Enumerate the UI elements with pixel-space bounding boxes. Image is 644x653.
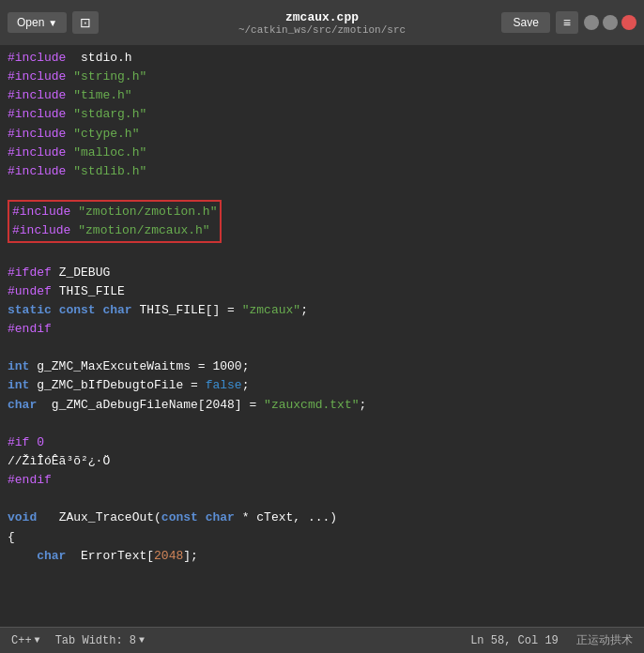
open-button[interactable]: Open ▼ — [8, 12, 67, 33]
highlight-include-block: #include "zmotion/zmotion.h" #include "z… — [8, 200, 222, 243]
code-line-blank — [8, 415, 636, 433]
language-selector[interactable]: C++ ▼ — [11, 634, 40, 647]
brand-label: 正运动拱术 — [576, 634, 633, 647]
code-line: #include "malloc.h" — [8, 144, 636, 162]
tab-width-label: Tab Width: 8 — [55, 634, 136, 647]
code-line: #include "stdlib.h" — [8, 162, 636, 181]
code-line: { — [8, 528, 636, 547]
snapshot-button[interactable]: ⊡ — [72, 11, 99, 34]
window-controls — [584, 15, 636, 30]
code-line: #include "ctype.h" — [8, 125, 636, 144]
code-line: char g_ZMC_aDebugFileName[2048] = "zauxc… — [8, 396, 636, 415]
snapshot-icon: ⊡ — [80, 15, 91, 30]
code-line: char ErrorText[2048]; — [8, 547, 636, 566]
code-line-blank — [8, 490, 636, 509]
code-line: #include "zmotion/zmotion.h" — [12, 203, 217, 221]
titlebar-right: Save ≡ — [501, 11, 636, 34]
language-label: C++ — [11, 634, 32, 647]
titlebar: Open ▼ ⊡ zmcaux.cpp ~/catkin_ws/src/zmot… — [0, 0, 644, 45]
code-line: #include "zmotion/zmcaux.h" — [12, 221, 217, 240]
code-line-blank — [8, 339, 636, 357]
position-label: Ln 58, Col 19 — [470, 634, 559, 647]
titlebar-left: Open ▼ ⊡ — [8, 11, 99, 34]
filename-label: zmcaux.cpp — [238, 10, 406, 24]
code-line-blank — [8, 244, 636, 263]
minimize-button[interactable] — [584, 15, 599, 30]
code-line: #include stdio.h — [8, 49, 636, 68]
code-line: //ŽìÎóÊã³õ²¿·Ö — [8, 452, 636, 471]
tab-width-caret: ▼ — [139, 635, 145, 645]
code-line: int g_ZMC_MaxExcuteWaitms = 1000; — [8, 357, 636, 376]
code-line: static const char THIS_FILE[] = "zmcaux"… — [8, 301, 636, 320]
maximize-button[interactable] — [603, 15, 618, 30]
code-line: #include "string.h" — [8, 68, 636, 86]
code-line: #endif — [8, 320, 636, 339]
filepath-label: ~/catkin_ws/src/zmotion/src — [238, 24, 406, 36]
close-button[interactable] — [621, 15, 636, 30]
hamburger-button[interactable]: ≡ — [556, 11, 578, 34]
code-line: #endif — [8, 471, 636, 490]
statusbar: C++ ▼ Tab Width: 8 ▼ Ln 58, Col 19 正运动拱术 — [0, 627, 644, 653]
open-dropdown-arrow: ▼ — [48, 18, 57, 28]
code-line: void ZAux_TraceOut(const char * cText, .… — [8, 509, 636, 527]
code-line: #if 0 — [8, 433, 636, 452]
code-line: #include "time.h" — [8, 86, 636, 105]
code-line: #ifdef Z_DEBUG — [8, 264, 636, 282]
language-caret: ▼ — [35, 635, 40, 645]
open-label: Open — [17, 16, 44, 29]
code-line-blank — [8, 181, 636, 200]
save-button[interactable]: Save — [501, 12, 549, 33]
code-editor[interactable]: #include stdio.h #include "string.h" #in… — [0, 45, 644, 627]
titlebar-center: zmcaux.cpp ~/catkin_ws/src/zmotion/src — [238, 10, 406, 36]
statusbar-right: Ln 58, Col 19 正运动拱术 — [470, 632, 633, 648]
code-line: #undef THIS_FILE — [8, 282, 636, 301]
code-line: int g_ZMC_bIfDebugtoFile = false; — [8, 376, 636, 395]
tab-width-selector[interactable]: Tab Width: 8 ▼ — [55, 634, 145, 647]
code-line: #include "stdarg.h" — [8, 105, 636, 124]
